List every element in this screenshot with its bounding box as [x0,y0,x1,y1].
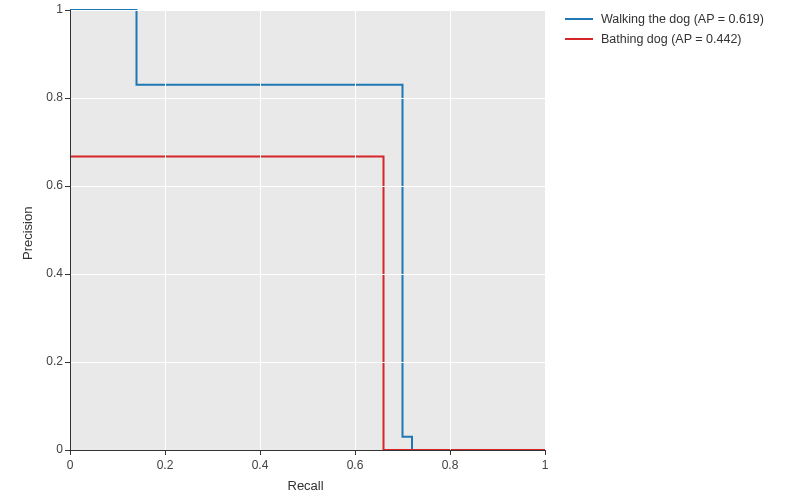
legend-label: Bathing dog (AP = 0.442) [601,32,742,46]
x-tick-label: 0.2 [155,458,175,472]
legend-item: Bathing dog (AP = 0.442) [565,30,764,48]
series-line [70,10,545,450]
series-line [70,157,545,450]
y-tick-label: 0 [35,442,63,456]
y-tick-label: 1 [35,2,63,16]
y-axis-label: Precision [20,207,35,260]
chart-lines [0,0,791,502]
x-tick-label: 0.8 [440,458,460,472]
legend-label: Walking the dog (AP = 0.619) [601,12,764,26]
legend-swatch [565,18,593,20]
pr-curve-figure: Recall Precision Walking the dog (AP = 0… [0,0,791,502]
y-tick-label: 0.4 [35,266,63,280]
x-tick-label: 0 [60,458,80,472]
y-tick-label: 0.2 [35,354,63,368]
x-tick-label: 1 [535,458,555,472]
legend-item: Walking the dog (AP = 0.619) [565,10,764,28]
y-tick-label: 0.6 [35,178,63,192]
legend: Walking the dog (AP = 0.619)Bathing dog … [565,10,764,50]
x-tick-label: 0.6 [345,458,365,472]
y-tick-label: 0.8 [35,90,63,104]
legend-swatch [565,38,593,40]
x-axis-label: Recall [288,478,324,493]
x-tick-label: 0.4 [250,458,270,472]
